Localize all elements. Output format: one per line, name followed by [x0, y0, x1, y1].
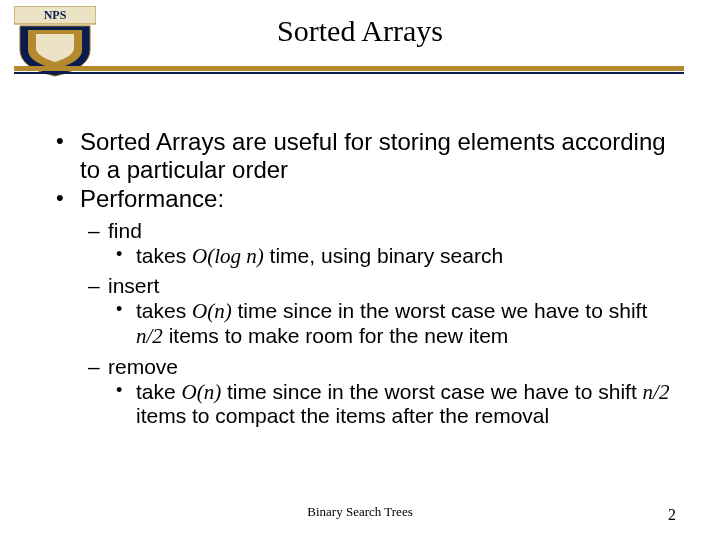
paren: ) [225, 299, 232, 323]
paren: ( [197, 380, 204, 404]
sub-remove: remove [50, 355, 674, 380]
bullet-performance: Performance: [50, 185, 674, 213]
text: items to make room for the new item [163, 324, 508, 347]
content: Sorted Arrays are useful for storing ele… [50, 128, 674, 429]
paren: (log [207, 244, 246, 268]
text: time, using binary search [264, 244, 503, 267]
sub-label: find [108, 219, 142, 242]
slide-title: Sorted Arrays [0, 14, 720, 48]
footer: Binary Search Trees 2 [0, 504, 720, 524]
big-o: O [192, 299, 207, 323]
bullet-text: Sorted Arrays are useful for storing ele… [80, 128, 666, 183]
sub-label: remove [108, 355, 178, 378]
text: takes [136, 244, 192, 267]
var-n: n [643, 380, 654, 404]
sub-remove-detail: take O(n) time since in the worst case w… [50, 380, 674, 430]
sub-find: find [50, 219, 674, 244]
title-rule [14, 66, 684, 74]
var-n: n [246, 244, 257, 268]
sub-insert-detail: takes O(n) time since in the worst case … [50, 299, 674, 349]
var-n: n [214, 299, 225, 323]
header: NPS Sorted Arrays [0, 0, 720, 78]
paren: ) [257, 244, 264, 268]
text: time since in the worst case we have to … [232, 299, 648, 322]
sub-label: insert [108, 274, 159, 297]
bullet-text: Performance: [80, 185, 224, 212]
page-number: 2 [668, 506, 676, 524]
footer-title: Binary Search Trees [0, 504, 720, 520]
text: take [136, 380, 182, 403]
text: time since in the worst case we have to … [221, 380, 642, 403]
text: items to compact the items after the rem… [136, 404, 549, 427]
bullet-intro: Sorted Arrays are useful for storing ele… [50, 128, 674, 185]
var-n: n [136, 324, 147, 348]
slide: NPS Sorted Arrays Sorted Arrays are usef… [0, 0, 720, 540]
text: /2 [653, 380, 669, 404]
big-o: O [182, 380, 197, 404]
var-n: n [204, 380, 215, 404]
sub-find-detail: takes O(log n) time, using binary search [50, 244, 674, 269]
text: /2 [147, 324, 163, 348]
big-o: O [192, 244, 207, 268]
text: takes [136, 299, 192, 322]
sub-insert: insert [50, 274, 674, 299]
